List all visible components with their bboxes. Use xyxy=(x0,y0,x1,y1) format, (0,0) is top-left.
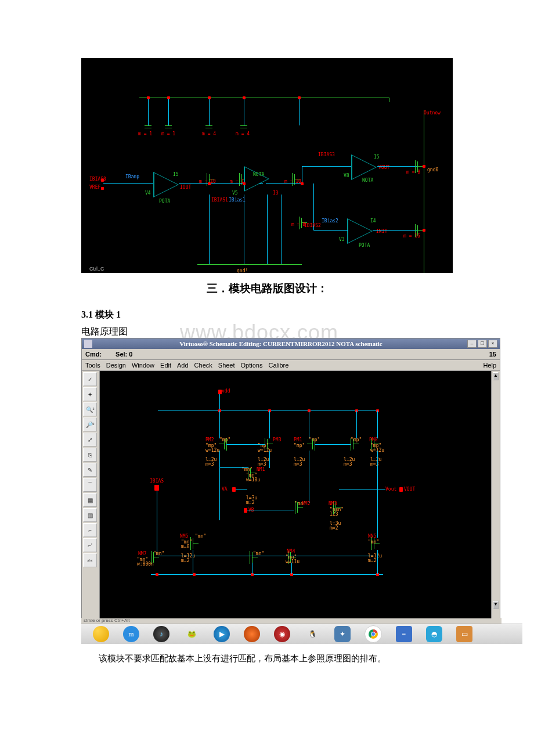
taskbar-app-orange-icon[interactable]: ▭ xyxy=(456,626,472,642)
dot-grid-bg xyxy=(100,371,491,618)
pin-dot xyxy=(301,182,304,185)
cap-plate xyxy=(145,125,151,126)
scroll-up-icon[interactable]: ▲ xyxy=(493,372,499,380)
taskbar-browser-icon[interactable] xyxy=(93,626,109,642)
window-titlebar[interactable]: Virtuoso® Schematic Editing: CURRENTMIRR… xyxy=(82,339,500,349)
param-label: m = 4 xyxy=(202,131,216,136)
menu-options[interactable]: Options xyxy=(241,362,263,369)
close-button[interactable]: × xyxy=(488,340,497,348)
tool-arc-icon[interactable]: ⌒ xyxy=(83,478,97,492)
wire xyxy=(356,411,357,438)
wire xyxy=(309,411,309,438)
tool-abc-icon[interactable]: abc xyxy=(83,553,97,567)
wire xyxy=(209,195,210,264)
document-page: m = 1 m = 1 m = 4 m = 4 m = 10 m = 10 m … xyxy=(0,0,534,699)
tool-pencil-icon[interactable]: ✎ xyxy=(83,463,97,477)
menu-calibre[interactable]: Calibre xyxy=(268,362,288,369)
wire xyxy=(267,195,268,264)
menu-check[interactable]: Check xyxy=(194,362,212,369)
tool-step-down-icon[interactable]: ⌐ xyxy=(83,523,97,537)
taskbar-frog-icon[interactable]: 🐸 xyxy=(183,626,200,642)
param: w=11u xyxy=(286,559,300,564)
wire xyxy=(209,98,210,125)
pin-va xyxy=(232,487,236,492)
vertical-scrollbar[interactable]: ▲ ▼ xyxy=(491,371,500,618)
wire xyxy=(377,411,378,438)
tool-ic-icon[interactable]: ▥ xyxy=(83,508,97,522)
menu-add[interactable]: Add xyxy=(177,362,189,369)
param: "mn" xyxy=(368,539,379,545)
taskbar-qq-icon[interactable]: 🐧 xyxy=(304,626,320,642)
tool-step-up-icon[interactable]: ⌐' xyxy=(83,538,97,552)
taskbar-app-cyan-icon[interactable]: ◓ xyxy=(426,626,442,642)
tool-zoom-in-icon[interactable]: 🔍² xyxy=(83,402,97,416)
tool-stamp-icon[interactable]: ✦ xyxy=(83,387,97,401)
amp-label: NOTA xyxy=(253,172,264,177)
inst-label: NN5 xyxy=(368,534,376,539)
scroll-down-icon[interactable]: ▼ xyxy=(493,601,499,609)
taskbar-weibo-icon[interactable]: ◉ xyxy=(274,626,290,642)
type-label: "mp" xyxy=(309,437,320,442)
param: m=3 xyxy=(294,462,302,467)
pin-label: IOUT xyxy=(180,185,191,190)
param-label: m = 16 xyxy=(403,233,420,239)
tool-zoom-out-icon[interactable]: 🔎² xyxy=(83,417,97,431)
inst-label: NM5 xyxy=(180,534,188,539)
menu-help[interactable]: Help xyxy=(483,362,496,369)
param-label: m = 1 xyxy=(138,131,152,136)
menu-window[interactable]: Window xyxy=(132,362,154,369)
wire xyxy=(157,491,157,555)
menu-edit[interactable]: Edit xyxy=(160,362,171,369)
window-body: ✓ ✦ 🔍² 🔎² ⤢ ⎘ ✎ ⌒ ▦ ▥ ⌐ ⌐' abc xyxy=(82,371,500,618)
pin-vout xyxy=(399,487,403,492)
pin-label: VOUT xyxy=(404,487,415,492)
tool-copy-icon[interactable]: ⎘ xyxy=(83,448,97,462)
wire xyxy=(309,451,309,503)
param: "mp" xyxy=(294,443,305,448)
taskbar-app1-icon[interactable]: m xyxy=(123,626,139,642)
inst-label: NM4 xyxy=(287,549,295,554)
menu-sheet[interactable]: Sheet xyxy=(218,362,235,369)
wire xyxy=(299,98,300,125)
net-label: V5 xyxy=(232,190,238,196)
maximize-button[interactable]: □ xyxy=(478,340,487,348)
pin-dot xyxy=(101,179,104,182)
param: w=12u xyxy=(205,448,219,453)
wire xyxy=(151,574,383,575)
wire xyxy=(244,195,244,264)
menu-tools[interactable]: Tools xyxy=(85,362,100,369)
tool-stretch-icon[interactable]: ⤢ xyxy=(83,433,97,447)
minimize-button[interactable]: – xyxy=(467,340,477,348)
tool-grid-icon[interactable]: ▦ xyxy=(83,493,97,507)
param: m=3 xyxy=(205,462,214,467)
wire xyxy=(269,451,270,468)
taskbar-media-icon[interactable]: ▶ xyxy=(214,626,230,642)
amp-label: POTA xyxy=(159,199,170,204)
wire xyxy=(339,489,385,489)
schematic-canvas[interactable]: vdd PM2 "mp" "mp" w=12u l=2u xyxy=(100,371,491,618)
cap-plate xyxy=(240,125,247,126)
net-label: I5 xyxy=(173,172,179,177)
param-label: m = 1 xyxy=(161,131,175,136)
menubar: Tools Design Window Edit Add Check Sheet… xyxy=(82,360,500,371)
system-menu-icon[interactable] xyxy=(84,340,92,348)
pin-label: IBIAS xyxy=(150,478,164,484)
taskbar-itunes-icon[interactable]: ♪ xyxy=(153,626,169,642)
cap-plate xyxy=(145,128,151,128)
taskbar-firefox-icon[interactable] xyxy=(244,626,260,642)
pin-label: IBias1 xyxy=(229,197,246,203)
sel-label: Sel: 0 xyxy=(116,351,132,358)
net-label: V8 xyxy=(344,173,349,178)
schematic-caption: 电路原理图 xyxy=(81,326,453,338)
taskbar-chrome-icon[interactable] xyxy=(365,625,382,643)
taskbar-bird-icon[interactable]: ✦ xyxy=(334,626,351,642)
pin-label: Outnow xyxy=(424,110,441,116)
object-count: 15 xyxy=(489,351,496,358)
pin-label: vdd xyxy=(222,388,230,394)
menu-design[interactable]: Design xyxy=(106,362,126,369)
param: m=2 xyxy=(246,500,254,505)
tool-check-icon[interactable]: ✓ xyxy=(83,372,97,386)
rail-vdd-stub xyxy=(389,98,389,102)
window-status-line: stride or press Ctrl+Alt xyxy=(81,618,501,624)
taskbar-app-blue-icon[interactable]: ≡ xyxy=(396,626,412,642)
